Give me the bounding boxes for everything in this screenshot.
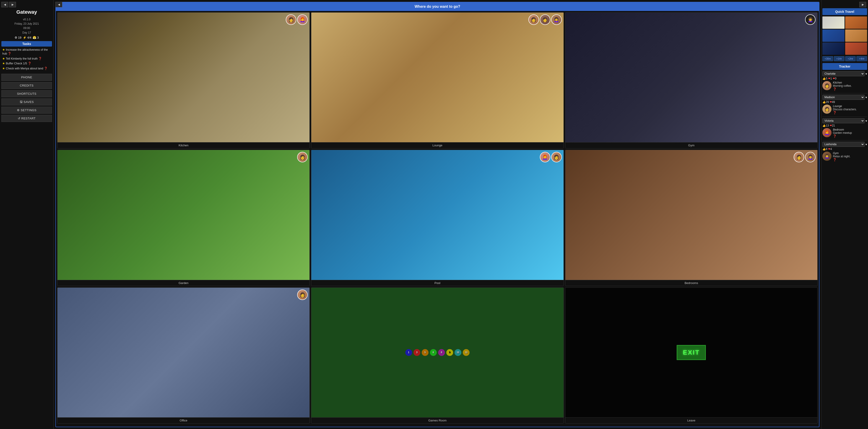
ball-9: 9 <box>446 349 453 356</box>
lashonda-name-row: Lashonda ▾ <box>823 142 867 147</box>
kitchen-bg: 👩 👩‍🦰 <box>58 12 309 142</box>
lounge-avatar-2: 👩 <box>540 15 550 25</box>
lashonda-info: Gym Relax at night. ❓ <box>833 151 867 162</box>
right-sidebar: ▶ Quick Travel +30m +1Hr +2Hr +4Hr Track… <box>821 0 868 429</box>
bedrooms-avatar-2: 👩‍🦱 <box>805 152 815 162</box>
task-2-question[interactable]: ❓ <box>38 57 42 60</box>
madison-select[interactable]: Madison <box>823 95 865 100</box>
charlotte-question[interactable]: ❓ <box>833 87 867 91</box>
victoria-select[interactable]: Victoria <box>823 118 865 123</box>
tracker-madison: Madison ▾ 👍29 ❤49 👩 Lounge Discuss chara… <box>823 95 867 114</box>
victoria-hearts: ❤ <box>830 124 832 127</box>
pool-avatars: 👩‍🦰 👩 <box>540 152 562 162</box>
victoria-stats: 👍13 ❤21 <box>823 124 867 127</box>
task-4-text: Check with Meriya about land <box>6 67 43 70</box>
task-4-question[interactable]: ❓ <box>44 67 48 70</box>
kitchen-avatars: 👩 👩‍🦰 <box>286 15 308 25</box>
main-collapse-button[interactable]: ◀ <box>55 2 62 7</box>
task-1: ★ Increase the attractiveness of the hub… <box>2 48 51 56</box>
qt-thumb-4[interactable] <box>845 29 867 42</box>
task-1-question[interactable]: ❓ <box>8 52 11 55</box>
time-2hr-button[interactable]: +2Hr <box>845 56 856 61</box>
location-leave[interactable]: EXIT Leave <box>565 287 817 424</box>
lashonda-question[interactable]: ❓ <box>833 158 867 162</box>
travel-header: Where do you want to go? <box>56 2 819 11</box>
location-kitchen[interactable]: 👩 👩‍🦰 Kitchen <box>57 12 310 148</box>
right-forward-button[interactable]: ▶ <box>859 2 866 7</box>
madison-hearts: ❤ <box>830 101 832 104</box>
version-info: v0.1.0 Friday, 23 July 2021 09:00 Day 17 <box>14 17 39 35</box>
ball-1: 1 <box>405 349 412 356</box>
lashonda-thumbs: 👍 <box>823 147 826 151</box>
victoria-thumbs: 👍 <box>823 124 826 127</box>
qt-thumb-3[interactable] <box>823 29 844 42</box>
gym-label: Gym <box>565 142 817 148</box>
qt-thumb-6[interactable] <box>845 42 867 55</box>
phone-button[interactable]: PHONE <box>1 74 52 81</box>
charlotte-detail: 👩 Kitchen Morning coffee. ❓ <box>823 81 867 91</box>
gym-bg: 👩‍🦱 <box>565 12 817 142</box>
charlotte-select[interactable]: Charlotte <box>823 71 865 76</box>
task-1-star: ★ <box>2 48 5 51</box>
madison-detail: 👩 Lounge Discuss characters. ❓ <box>823 105 867 114</box>
left-sidebar: ◀ ▶ Gateway v0.1.0 Friday, 23 July 2021 … <box>0 0 54 429</box>
back-button[interactable]: ◀ <box>1 2 8 7</box>
task-4: ★ Check with Meriya about land ❓ <box>2 67 51 71</box>
location-pool[interactable]: 👩‍🦰 👩 Pool <box>311 150 563 286</box>
task-3: ★ Buffer Check 1/5 ❓ <box>2 62 51 66</box>
task-3-question[interactable]: ❓ <box>28 62 31 65</box>
pool-label: Pool <box>311 280 563 286</box>
qt-thumb-2[interactable] <box>845 17 867 29</box>
lashonda-avatar: 👩‍🦱 <box>823 151 832 161</box>
ball-5: 5 <box>422 349 429 356</box>
madison-name-row: Madison ▾ <box>823 95 867 100</box>
saves-button[interactable]: 🖫 SAVES <box>1 98 52 106</box>
restart-button[interactable]: ↺ RESTART <box>1 115 52 122</box>
pool-avatar-2: 👩 <box>551 152 562 162</box>
gym-avatars: 👩‍🦱 <box>805 15 815 25</box>
office-label: Office <box>58 417 309 423</box>
leave-label: Leave <box>565 417 817 423</box>
credits-button[interactable]: CREDITS <box>1 82 52 89</box>
time-4hr-button[interactable]: +4Hr <box>856 56 867 61</box>
victoria-question[interactable]: ❓ <box>833 135 867 138</box>
charlotte-stats: 👍5 ❤1 ❤0 <box>823 77 867 80</box>
lashonda-location: Gym <box>833 151 867 155</box>
time-text: 09:00 <box>14 26 39 30</box>
madison-thumbs: 👍 <box>823 101 826 104</box>
settings-button[interactable]: ⚙ SETTINGS <box>1 107 52 114</box>
madison-avatar: 👩 <box>823 105 832 114</box>
garden-label: Garden <box>58 280 309 286</box>
location-bedrooms[interactable]: 👩 👩‍🦱 Bedrooms <box>565 150 817 286</box>
quick-travel-header: Quick Travel <box>823 8 867 15</box>
nav-arrows: ◀ ▶ <box>1 2 52 7</box>
main-area: ◀ Where do you want to go? 👩 👩‍🦰 Kitchen <box>54 0 821 429</box>
task-3-star: ★ <box>2 62 5 65</box>
time-1hr-button[interactable]: +1Hr <box>834 56 844 61</box>
task-3-text: Buffer Check 1/5 <box>6 62 27 65</box>
forward-button[interactable]: ▶ <box>9 2 16 7</box>
victoria-activity: Garden meetup <box>833 131 867 135</box>
location-garden[interactable]: 👩 Garden <box>57 150 310 286</box>
divider-2 <box>823 117 867 117</box>
lounge-avatars: 👩 👩 👩‍🦱 <box>528 15 562 25</box>
time-30m-button[interactable]: +30m <box>823 56 833 61</box>
lounge-bg: 👩 👩 👩‍🦱 <box>311 12 563 142</box>
qt-thumb-5[interactable] <box>823 42 844 55</box>
settings-icon: ⚙ <box>17 109 20 112</box>
location-gamesroom[interactable]: 1 3 5 6 8 9 10 13 Games Room <box>311 287 563 424</box>
location-gym[interactable]: 👩‍🦱 Gym <box>565 12 817 148</box>
day-text: Day 17 <box>14 31 39 35</box>
location-lounge[interactable]: 👩 👩 👩‍🦱 Lounge <box>311 12 563 148</box>
shortcuts-button[interactable]: SHORTCUTS <box>1 90 52 97</box>
bedrooms-label: Bedrooms <box>565 280 817 286</box>
victoria-info: Bedroom Garden meetup ❓ <box>833 128 867 138</box>
ball-6: 6 <box>430 349 437 356</box>
location-office[interactable]: 👩 Office <box>57 287 310 424</box>
madison-activity: Discuss characters. <box>833 108 867 111</box>
charlotte-avatar: 👩 <box>823 81 832 90</box>
qt-thumb-1[interactable] <box>823 17 844 29</box>
lashonda-select[interactable]: Lashonda <box>823 142 865 147</box>
app-title: Gateway <box>17 9 37 15</box>
madison-question[interactable]: ❓ <box>833 111 867 114</box>
